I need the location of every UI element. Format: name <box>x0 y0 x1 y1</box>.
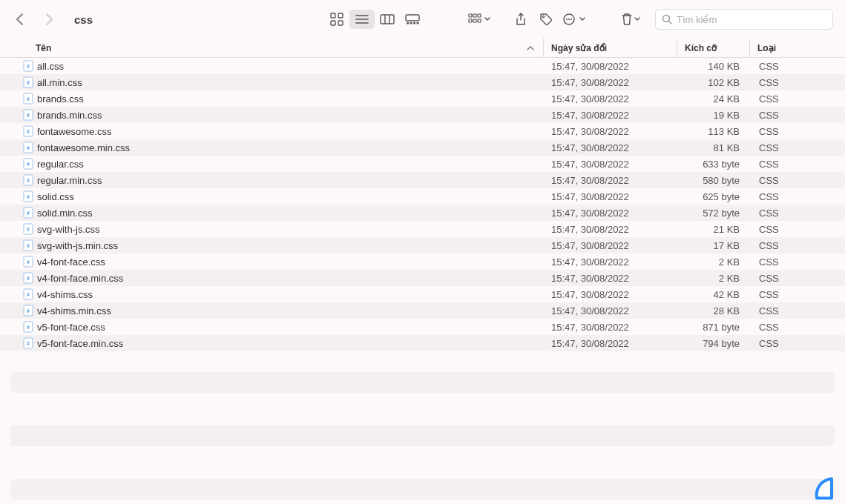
file-row[interactable]: #all.css15:47, 30/08/2022140 KBCSS <box>0 58 845 74</box>
file-row[interactable]: #brands.min.css15:47, 30/08/202219 KBCSS <box>0 107 845 123</box>
file-name: v4-shims.css <box>37 289 544 300</box>
actions-button[interactable] <box>560 10 588 29</box>
file-row[interactable]: #svg-with-js.min.css15:47, 30/08/202217 … <box>0 237 845 253</box>
file-name: brands.css <box>37 93 544 105</box>
share-button[interactable] <box>510 10 532 29</box>
file-date: 15:47, 30/08/2022 <box>544 322 677 333</box>
file-size: 113 KB <box>677 126 750 137</box>
file-row[interactable]: #v5-font-face.css15:47, 30/08/2022871 by… <box>0 319 845 335</box>
file-row[interactable]: #fontawesome.css15:47, 30/08/2022113 KBC… <box>0 123 845 139</box>
file-kind: CSS <box>750 240 845 251</box>
column-header-date[interactable]: Ngày sửa đổi <box>544 39 677 57</box>
svg-rect-20 <box>473 19 476 22</box>
footer-placeholder <box>10 425 835 446</box>
svg-rect-18 <box>478 14 481 17</box>
column-header-kind[interactable]: Loại <box>750 39 845 57</box>
svg-point-26 <box>571 19 572 20</box>
file-date: 15:47, 30/08/2022 <box>544 142 677 153</box>
svg-text:#: # <box>27 308 30 314</box>
svg-text:#: # <box>27 145 30 150</box>
column-header-name[interactable]: Tên <box>36 39 544 57</box>
back-button[interactable] <box>12 12 27 27</box>
file-kind: CSS <box>750 110 845 121</box>
file-kind: CSS <box>750 224 845 235</box>
file-name: svg-with-js.css <box>37 224 544 235</box>
column-headers: Tên Ngày sửa đổi Kích cỡ Loại <box>0 39 845 58</box>
svg-rect-16 <box>469 14 472 17</box>
file-date: 15:47, 30/08/2022 <box>544 61 677 72</box>
file-size: 572 byte <box>677 208 750 219</box>
column-header-size[interactable]: Kích cỡ <box>677 39 750 57</box>
file-date: 15:47, 30/08/2022 <box>544 191 677 202</box>
css-file-icon: # <box>22 256 34 268</box>
svg-text:#: # <box>27 162 30 167</box>
search-input[interactable] <box>677 14 826 25</box>
file-row[interactable]: #svg-with-js.css15:47, 30/08/202221 KBCS… <box>0 221 845 237</box>
gallery-view-button[interactable] <box>400 10 425 29</box>
column-view-button[interactable] <box>375 10 400 29</box>
file-row[interactable]: #solid.min.css15:47, 30/08/2022572 byteC… <box>0 205 845 221</box>
file-size: 2 KB <box>677 256 750 268</box>
file-row[interactable]: #v4-shims.css15:47, 30/08/202242 KBCSS <box>0 286 845 302</box>
file-row[interactable]: #solid.css15:47, 30/08/2022625 byteCSS <box>0 188 845 205</box>
svg-point-22 <box>542 16 544 17</box>
forward-button[interactable] <box>42 12 56 27</box>
css-file-icon: # <box>22 207 34 219</box>
file-row[interactable]: #v4-font-face.css15:47, 30/08/20222 KBCS… <box>0 253 845 270</box>
file-name: v4-font-face.min.css <box>37 273 544 284</box>
css-file-icon: # <box>22 288 34 300</box>
file-date: 15:47, 30/08/2022 <box>544 289 677 300</box>
file-name: brands.min.css <box>37 110 544 121</box>
file-row[interactable]: #regular.css15:47, 30/08/2022633 byteCSS <box>0 156 845 172</box>
ellipsis-circle-icon <box>563 13 578 25</box>
file-size: 42 KB <box>677 289 750 300</box>
file-date: 15:47, 30/08/2022 <box>544 126 677 137</box>
file-date: 15:47, 30/08/2022 <box>544 338 677 349</box>
file-row[interactable]: #v4-shims.min.css15:47, 30/08/202228 KBC… <box>0 302 845 319</box>
file-kind: CSS <box>750 142 845 153</box>
file-row[interactable]: #v4-font-face.min.css15:47, 30/08/20222 … <box>0 270 845 286</box>
trash-icon <box>621 13 633 26</box>
file-kind: CSS <box>750 289 845 300</box>
css-file-icon: # <box>22 93 34 105</box>
file-row[interactable]: #fontawesome.min.css15:47, 30/08/202281 … <box>0 139 845 156</box>
search-box[interactable] <box>655 9 833 30</box>
file-row[interactable]: #all.min.css15:47, 30/08/2022102 KBCSS <box>0 74 845 90</box>
file-name: v5-font-face.css <box>37 322 544 333</box>
file-row[interactable]: #v5-font-face.min.css15:47, 30/08/202279… <box>0 335 845 351</box>
gallery-icon <box>405 14 420 24</box>
file-name: svg-with-js.min.css <box>37 240 544 251</box>
file-name: regular.css <box>37 159 544 170</box>
file-size: 625 byte <box>677 191 750 202</box>
file-kind: CSS <box>750 256 845 268</box>
css-file-icon: # <box>22 76 34 88</box>
toolbar: css <box>0 0 845 39</box>
css-file-icon: # <box>22 158 34 170</box>
tags-button[interactable] <box>535 10 557 29</box>
file-row[interactable]: #brands.css15:47, 30/08/202224 KBCSS <box>0 90 845 107</box>
file-name: v4-font-face.css <box>37 256 544 268</box>
svg-text:#: # <box>27 210 30 216</box>
file-kind: CSS <box>750 77 845 88</box>
list-view-button[interactable] <box>349 10 375 29</box>
file-name: solid.min.css <box>37 208 544 219</box>
css-file-icon: # <box>22 223 34 235</box>
file-row[interactable]: #regular.min.css15:47, 30/08/2022580 byt… <box>0 172 845 188</box>
svg-rect-14 <box>413 22 415 24</box>
trash-button[interactable] <box>618 10 643 29</box>
file-kind: CSS <box>750 208 845 219</box>
file-name: fontawesome.css <box>37 126 544 137</box>
file-name: all.css <box>37 61 544 72</box>
svg-point-24 <box>566 19 568 20</box>
svg-point-25 <box>568 19 570 20</box>
file-date: 15:47, 30/08/2022 <box>544 273 677 284</box>
list-icon <box>355 14 369 24</box>
icon-view-button[interactable] <box>324 10 349 29</box>
group-by-button[interactable] <box>465 10 493 29</box>
file-kind: CSS <box>750 305 845 316</box>
file-name: v5-font-face.min.css <box>37 338 544 349</box>
file-size: 140 KB <box>677 61 750 72</box>
svg-rect-2 <box>331 21 335 25</box>
file-size: 633 byte <box>677 159 750 170</box>
finder-window: css <box>0 0 845 504</box>
